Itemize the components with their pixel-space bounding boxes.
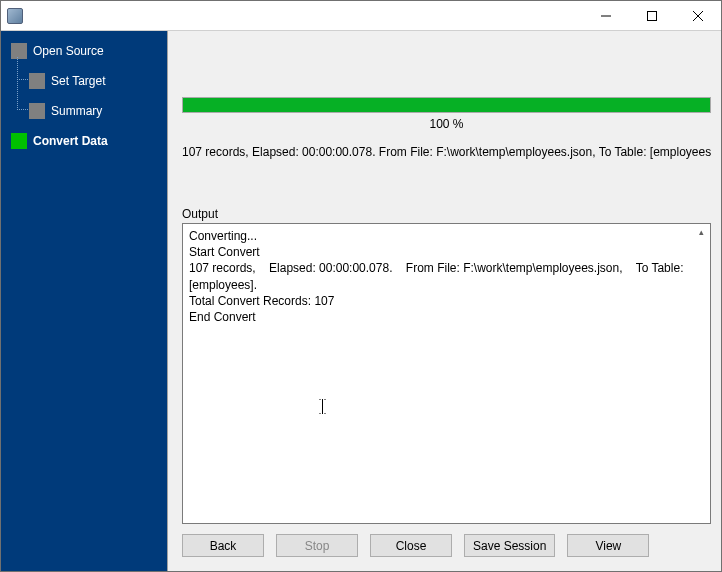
- stop-button: Stop: [276, 534, 358, 557]
- view-button[interactable]: View: [567, 534, 649, 557]
- progress-section: 100 %: [182, 97, 711, 131]
- svg-rect-1: [648, 11, 657, 20]
- sidebar-item-summary[interactable]: Summary: [29, 99, 163, 123]
- progress-percent-label: 100 %: [182, 117, 711, 131]
- wizard-sidebar: Open Source Set Target Summary Convert D…: [1, 31, 167, 571]
- sidebar-item-label: Open Source: [33, 44, 104, 58]
- scroll-up-icon[interactable]: ▴: [693, 224, 710, 241]
- output-textarea[interactable]: Converting... Start Convert 107 records,…: [182, 223, 711, 524]
- sidebar-item-convert-data[interactable]: Convert Data: [11, 129, 163, 153]
- output-text: Converting... Start Convert 107 records,…: [189, 229, 687, 324]
- output-label: Output: [182, 207, 711, 221]
- minimize-button[interactable]: [583, 1, 629, 31]
- maximize-icon: [647, 11, 657, 21]
- sidebar-item-label: Summary: [51, 104, 102, 118]
- sidebar-item-label: Set Target: [51, 74, 105, 88]
- progress-fill: [183, 98, 710, 112]
- main-panel: 100 % 107 records, Elapsed: 00:00:00.078…: [167, 31, 721, 571]
- body: Open Source Set Target Summary Convert D…: [1, 31, 721, 571]
- save-session-button[interactable]: Save Session: [464, 534, 555, 557]
- step-marker-active-icon: [11, 133, 27, 149]
- close-button[interactable]: Close: [370, 534, 452, 557]
- step-marker-icon: [29, 103, 45, 119]
- button-row: Back Stop Close Save Session View: [182, 524, 711, 561]
- minimize-icon: [601, 11, 611, 21]
- app-window: Open Source Set Target Summary Convert D…: [0, 0, 722, 572]
- close-window-button[interactable]: [675, 1, 721, 31]
- close-icon: [693, 11, 703, 21]
- sidebar-item-label: Convert Data: [33, 134, 108, 148]
- step-marker-icon: [29, 73, 45, 89]
- sidebar-item-open-source[interactable]: Open Source: [11, 39, 163, 63]
- sidebar-item-set-target[interactable]: Set Target: [29, 69, 163, 93]
- conversion-summary-text: 107 records, Elapsed: 00:00:00.078. From…: [182, 145, 711, 159]
- maximize-button[interactable]: [629, 1, 675, 31]
- output-section: Output Converting... Start Convert 107 r…: [182, 207, 711, 524]
- titlebar: [1, 1, 721, 31]
- app-icon: [7, 8, 23, 24]
- progress-bar: [182, 97, 711, 113]
- back-button[interactable]: Back: [182, 534, 264, 557]
